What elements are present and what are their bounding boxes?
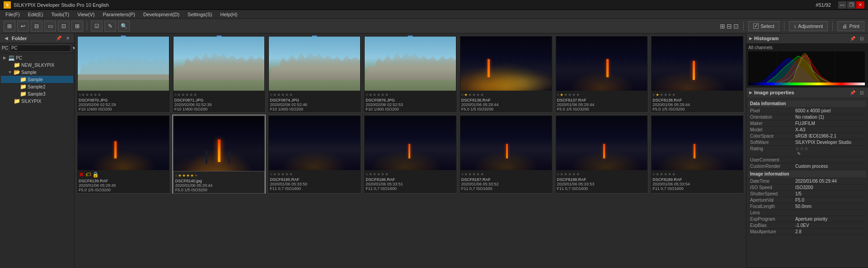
prop-orientation: Orientation No rotation (1) (748, 114, 866, 120)
tree-icon-new: 📁 (14, 62, 20, 68)
prop-label-colorspace: ColorSpace (750, 134, 795, 139)
histogram-expand-btn[interactable]: ⊡ (858, 35, 865, 42)
thumb-img-8189 (652, 116, 743, 170)
prop-value-focal-length: 50.0mm (795, 204, 864, 209)
view-icon-2: ⊟ (727, 23, 732, 30)
menu-item-settingss[interactable]: Settings(S) (184, 11, 216, 18)
date-8188: 2020/01/06 05:33:53 (557, 182, 647, 186)
prop-value-aperture-val: F5.0 (795, 198, 864, 203)
histogram-title: Histogram (754, 36, 847, 41)
thumb-dscf8187[interactable]: RAW ○ ★★★★★ DSCF8187.RAF 2020/01/06 05:3… (459, 115, 553, 194)
toolbar-btn-check[interactable]: ☑ (91, 21, 103, 32)
menu-item-helph[interactable]: Help(H) (217, 11, 241, 18)
tree-item-new-silkypix[interactable]: 📁 NEW_SILKYPIX (1, 61, 73, 69)
center-content: ○ ★★★★★ DSCF0870.JPG 2020/02/06 02:52:29… (75, 33, 746, 268)
thumb-img-0874 (269, 37, 360, 91)
tree-item-sample3[interactable]: 📁 Sample3 (1, 90, 73, 97)
exif-8189: F11 0,7 ISO1600 (652, 186, 742, 191)
filename-8138: DSCF8138.RAF (652, 98, 742, 102)
sidebar-pin-btn[interactable]: 📌 (55, 35, 62, 42)
thumb-dscf8188[interactable]: RAW ○ ★★★★★ DSCF8188.RAF 2020/01/06 05:3… (555, 115, 649, 194)
histogram-section: ▶ Histogram 📌 ⊡ All channels (746, 33, 868, 88)
rating-edit-icon[interactable]: ✎ (797, 151, 801, 156)
tree-label-sample3: Sample3 (28, 92, 45, 97)
toolbar-btn-grid2[interactable]: ⊟ (31, 21, 42, 32)
prop-label-focal-length: FocalLength (750, 204, 795, 209)
thumb-dscf8136[interactable]: RAW ○ ★★★★★ DSCF8136.RAF 2020/01/06 05:2… (459, 35, 553, 113)
sidebar-close-btn[interactable]: ✕ (64, 35, 71, 42)
histogram-header[interactable]: ▶ Histogram 📌 ⊡ (746, 33, 868, 43)
tooltip-filename-8140: DSCF8140.jpg (175, 179, 263, 183)
prop-model: Model X-A3 (748, 127, 866, 133)
toolbar-btn-undo[interactable]: ↩ (17, 21, 29, 32)
print-icon: 🖨 (842, 23, 847, 29)
image-props-pin-btn[interactable]: 📌 (849, 89, 856, 96)
thumb-dscf8140[interactable]: ○ ★★★★★ DSCF8140.jpg 2020/01/06 05:29:44… (172, 115, 266, 194)
exif-8186: F11 0,7 ISO1600 (366, 186, 455, 191)
thumb-info-8189: ○ ★★★★★ DSCF8189.RAF 2020/01/06 05:33:54… (652, 170, 743, 191)
filename-8189: DSCF8189.RAF (652, 177, 742, 182)
menu-item-toolst[interactable]: Tools(T) (47, 11, 73, 18)
marker-lock-8139: 🔒 (92, 171, 99, 178)
adjustment-button[interactable]: ↕ Adjustment (789, 21, 828, 31)
adjustment-icon: ↕ (794, 23, 797, 29)
folder-path-input[interactable] (9, 45, 71, 52)
tree-item-sample-root[interactable]: ▼ 📂 Sample (1, 69, 73, 76)
tree-item-sample1[interactable]: 📁 Sample (1, 76, 73, 83)
stars-0876: ○ ★★★★★ (366, 92, 455, 98)
toolbar-btn-grid3[interactable]: ⊡ (58, 21, 70, 32)
thumb-img-0871 (174, 37, 265, 91)
menu-item-filef[interactable]: File(F) (2, 11, 23, 18)
image-props-expand-btn[interactable]: ⊡ (858, 89, 865, 96)
toolbar-sep-1 (87, 22, 87, 31)
menu-item-developmentd[interactable]: Development(D) (140, 11, 183, 18)
thumb-dscf0870[interactable]: ○ ★★★★★ DSCF0870.JPG 2020/02/06 02:52:29… (76, 35, 170, 113)
thumb-dscf8186[interactable]: RAW ○ ★★★★★ DSCF8186.RAF 2020/01/06 05:3… (363, 115, 457, 194)
thumb-dscf0871[interactable]: ○ ★★★★★ DSCF0871.JPG 2020/02/06 02:52:39… (172, 35, 266, 113)
minimize-button[interactable]: — (838, 1, 846, 9)
menu-item-parametersp[interactable]: Parameters(P) (99, 11, 139, 18)
thumb-dscf0874[interactable]: ○ ★★★★★ DSCF0874.JPG 2020/02/06 02:52:46… (267, 35, 361, 113)
right-panel: ▶ Histogram 📌 ⊡ All channels (746, 33, 868, 268)
tree-icon-sample-open: 📂 (14, 69, 20, 75)
toolbar-btn-rect[interactable]: ▭ (44, 21, 56, 32)
select-button[interactable]: ✓ Select (748, 21, 779, 31)
tooltip-exif-8140: F5.0 1/5 ISO3200 (175, 188, 263, 192)
thumb-dscf8138[interactable]: RAW ○ ★★★★★ DSCF8138.RAF 2020/01/06 05:2… (650, 35, 744, 113)
filename-0876: DSCF0876.JPG (366, 98, 455, 102)
app-title: SILKYPIX Developer Studio Pro 10 English (14, 2, 816, 8)
toolbar-btn-fullscreen[interactable]: ⊞ (71, 21, 83, 32)
thumb-dscf8185[interactable]: RAW ○ ★★★★★ DSCF8185.RAF 2020/01/06 05:3… (267, 115, 361, 194)
image-info-section-title: Image information (748, 171, 866, 177)
menu-item-viewv[interactable]: View(V) (74, 11, 98, 18)
filename-8185: DSCF8185.RAF (270, 177, 359, 182)
print-button[interactable]: 🖨 Print (837, 21, 864, 31)
tree-item-pc[interactable]: ▶ 💻 PC (1, 54, 73, 61)
sidebar-header: ◀ Folder 📌 ✕ (0, 33, 74, 43)
thumb-dscf0876[interactable]: ○ ★★★★★ DSCF0876.JPG 2020/02/06 02:52:53… (363, 35, 457, 113)
thumb-dscf8137[interactable]: RAW ○ ★★★★★ DSCF8137.RAF 2020/01/06 05:2… (555, 35, 649, 113)
histogram-canvas (748, 51, 865, 85)
menu-item-edite[interactable]: Edit(E) (24, 11, 47, 18)
sidebar-collapse-btn[interactable]: ◀ (3, 35, 10, 42)
histogram-pin-btn[interactable]: 📌 (849, 35, 856, 42)
tree-item-sample2[interactable]: 📁 Sample2 (1, 83, 73, 90)
prop-value-datetime: 2020/01/06 05:29:44 (795, 179, 864, 184)
toolbar-btn-grid1[interactable]: ⊞ (4, 21, 15, 32)
close-button[interactable]: ✕ (856, 1, 864, 9)
date-8137: 2020/01/06 05:29:44 (557, 102, 647, 107)
tooltip-stars-8140: ○ ★★★★★ (175, 172, 263, 179)
image-props-title: Image properties (754, 90, 847, 95)
image-props-header[interactable]: ▶ Image properties 📌 ⊡ (746, 88, 868, 97)
filename-8188: DSCF8188.RAF (557, 177, 647, 182)
restore-button[interactable]: ❐ (847, 1, 855, 9)
tree-item-silkypix[interactable]: 📁 SILKYPIX (1, 97, 73, 105)
toolbar-btn-edit[interactable]: ✎ (104, 21, 116, 32)
marker-x-8139: ✕ (79, 171, 84, 178)
prop-maker: Maker FUJIFILM (748, 120, 866, 127)
thumb-dscf8139[interactable]: RAW ✕ 🏷 🔒 DSCF8139.RAF 2020/01/06 05:29:… (76, 115, 170, 194)
thumb-dscf8189[interactable]: RAW ○ ★★★★★ DSCF8189.RAF 2020/01/06 05:3… (650, 115, 744, 194)
toolbar-btn-search[interactable]: 🔍 (118, 21, 130, 32)
prop-iso-speed: ISO Speed ISO3200 (748, 185, 866, 191)
prop-value-shutter-speed: 1/5 (795, 191, 864, 196)
